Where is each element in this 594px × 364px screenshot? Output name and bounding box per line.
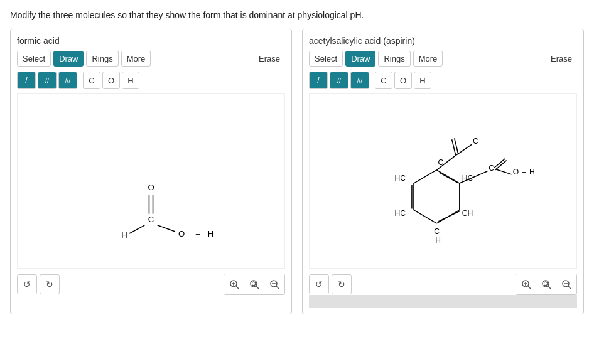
svg-text:C: C — [434, 227, 440, 236]
svg-line-49 — [528, 286, 531, 289]
panel2-canvas[interactable]: HC CH C H HC HC C — [309, 93, 577, 269]
panel2-single-bond-btn[interactable]: / — [309, 72, 328, 89]
panel1-zoom-out-btn[interactable] — [264, 274, 284, 294]
svg-text:C: C — [148, 215, 154, 224]
svg-line-5 — [129, 225, 144, 233]
svg-line-55 — [568, 286, 571, 289]
svg-text:O: O — [148, 183, 154, 192]
svg-text:HC: HC — [395, 209, 406, 218]
svg-line-15 — [256, 286, 259, 289]
svg-line-25 — [439, 173, 457, 183]
panel2-atom-o-btn[interactable]: O — [394, 72, 412, 89]
panel1-double-bond-btn[interactable]: // — [38, 72, 57, 89]
svg-text:C: C — [473, 137, 478, 146]
panel1-atom-o-btn[interactable]: O — [102, 72, 120, 89]
panel1-rings-btn[interactable]: Rings — [86, 51, 118, 67]
panel2-select-btn[interactable]: Select — [309, 51, 343, 67]
svg-text:C: C — [489, 164, 494, 173]
panel2-rings-btn[interactable]: Rings — [378, 51, 410, 67]
panel2-undo-btn[interactable]: ↺ — [309, 274, 329, 294]
panel2-atom-h-btn[interactable]: H — [414, 72, 431, 89]
panel1-zoom-in-btn[interactable] — [224, 274, 244, 294]
panel1-triple-bond-btn[interactable]: /// — [58, 72, 77, 89]
panel2-erase-btn[interactable]: Erase — [546, 51, 577, 66]
panel2-draw-btn[interactable]: Draw — [345, 51, 375, 67]
panel2-draw-tools: / // /// C O H — [309, 72, 577, 89]
panel1-undo-btn[interactable]: ↺ — [17, 274, 37, 294]
svg-text:O: O — [178, 229, 185, 238]
panel2-molecule-svg: HC CH C H HC HC C — [310, 94, 576, 268]
panel2-double-bond-btn[interactable]: // — [330, 72, 348, 89]
panel1-redo-btn[interactable]: ↻ — [40, 274, 60, 294]
panel2-triple-bond-btn[interactable]: /// — [350, 72, 369, 89]
panel2-toolbar: Select Draw Rings More Erase — [309, 51, 577, 67]
panel2-zoom-controls — [516, 274, 577, 295]
panel2-atom-c-btn[interactable]: C — [375, 72, 392, 89]
svg-line-17 — [276, 286, 279, 289]
svg-text:H: H — [208, 229, 214, 238]
panel1-atom-h-btn[interactable]: H — [122, 72, 139, 89]
panel2-more-btn[interactable]: More — [413, 51, 443, 67]
panel2-title: acetylsalicylic acid (aspirin) — [309, 36, 577, 46]
svg-line-53 — [548, 286, 551, 289]
svg-line-24 — [414, 170, 436, 183]
panel1-canvas[interactable]: C O H O – H — [17, 93, 285, 269]
svg-text:CH: CH — [462, 209, 473, 218]
panel1-title: formic acid — [17, 36, 285, 46]
svg-line-22 — [414, 210, 436, 223]
panel1-draw-btn[interactable]: Draw — [53, 51, 84, 67]
panel2-bottom-controls: ↺ ↻ — [309, 274, 577, 295]
panel1-erase-btn[interactable]: Erase — [254, 51, 285, 66]
panel2-zoom-out-btn[interactable] — [556, 274, 576, 294]
panel1-bottom-controls: ↺ ↻ — [17, 274, 285, 295]
svg-text:–: – — [196, 229, 201, 238]
panel1-molecule-svg: C O H O – H — [18, 94, 284, 268]
instruction-text: Modify the three molecules so that they … — [10, 10, 584, 20]
panel1-atom-c-btn[interactable]: C — [83, 72, 100, 89]
panel1-zoom-controls — [224, 274, 285, 295]
svg-line-44 — [495, 169, 511, 174]
svg-text:O: O — [513, 168, 519, 176]
panel1-more-btn[interactable]: More — [121, 51, 151, 67]
svg-text:H: H — [435, 236, 441, 245]
panel2-footer — [309, 295, 577, 308]
svg-text:H: H — [121, 230, 127, 240]
svg-text:–: – — [522, 168, 526, 176]
panel1-undo-redo: ↺ ↻ — [17, 274, 60, 294]
svg-text:H: H — [529, 168, 535, 176]
svg-line-26 — [438, 211, 459, 222]
panel1-toolbar: Select Draw Rings More Erase — [17, 51, 285, 67]
svg-line-11 — [236, 286, 239, 289]
svg-line-9 — [158, 225, 175, 232]
editor-panel-aspirin: acetylsalicylic acid (aspirin) Select Dr… — [302, 29, 584, 314]
panel2-zoom-in-btn[interactable] — [516, 274, 536, 294]
panel1-draw-tools: / // /// C O H — [17, 72, 285, 89]
panel1-single-bond-btn[interactable]: / — [17, 72, 36, 89]
editors-container: formic acid Select Draw Rings More Erase… — [10, 29, 584, 314]
panel2-zoom-reset-btn[interactable] — [536, 274, 556, 294]
panel2-redo-btn[interactable]: ↻ — [332, 274, 352, 294]
svg-text:HC: HC — [395, 174, 406, 183]
panel1-zoom-reset-btn[interactable] — [244, 274, 264, 294]
panel1-select-btn[interactable]: Select — [17, 51, 51, 67]
panel2-undo-redo: ↺ ↻ — [309, 274, 352, 294]
editor-panel-formic-acid: formic acid Select Draw Rings More Erase… — [10, 29, 292, 314]
